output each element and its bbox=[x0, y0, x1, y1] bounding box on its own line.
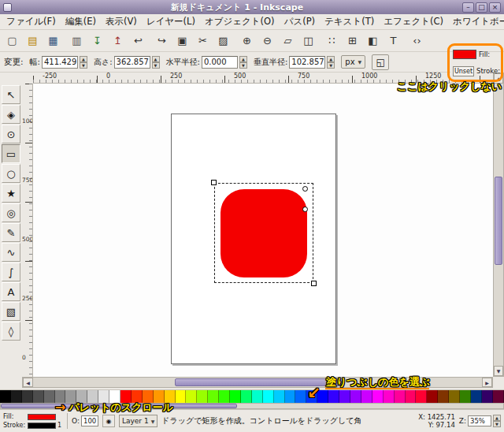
palette-scrollbar[interactable] bbox=[0, 403, 504, 409]
spin-down-icon[interactable]: ▼ bbox=[327, 62, 335, 69]
toolbar-button-group[interactable]: ⊞ bbox=[343, 32, 362, 50]
toolbar-button-text-dialog[interactable]: T bbox=[384, 32, 403, 50]
menu-item-edit[interactable]: 編集(E) bbox=[61, 15, 101, 28]
tool-button-pen[interactable]: ∿ bbox=[2, 243, 20, 262]
field-input-ry[interactable]: 102.857 bbox=[289, 56, 325, 69]
palette-swatch-#6600ff[interactable] bbox=[339, 390, 350, 403]
toolbar-button-print-document[interactable]: ▥ bbox=[67, 32, 87, 50]
spin-buttons[interactable]: ▲ ▼ bbox=[327, 56, 335, 69]
palette-swatch-#990000[interactable] bbox=[427, 390, 438, 403]
minimize-button[interactable]: – bbox=[462, 2, 474, 13]
tool-button-text[interactable]: A bbox=[2, 282, 20, 301]
toolbar-button-undo[interactable]: ↩ bbox=[128, 32, 148, 50]
tool-button-gradient[interactable]: ▧ bbox=[2, 302, 20, 321]
stroke-unset-value[interactable]: Unset bbox=[453, 66, 474, 76]
palette-swatch-#ff00cc[interactable] bbox=[384, 390, 395, 403]
spin-up-icon[interactable]: ▲ bbox=[327, 56, 335, 62]
toolbar-button-export[interactable]: ↥ bbox=[108, 32, 128, 50]
spin-buttons[interactable]: ▲ ▼ bbox=[80, 56, 87, 69]
spin-down-icon[interactable]: ▼ bbox=[80, 62, 87, 69]
spin-buttons[interactable]: ▲ ▼ bbox=[152, 56, 160, 69]
menu-item-file[interactable]: ファイル(F) bbox=[2, 15, 61, 28]
menu-item-whiteboard[interactable]: ホワイトボード(B) bbox=[448, 15, 504, 28]
stroke-color-swatch[interactable] bbox=[28, 423, 56, 429]
palette-swatch-#4d4d4d[interactable] bbox=[33, 390, 44, 403]
spin-buttons[interactable]: ▲ ▼ bbox=[239, 56, 247, 69]
palette-swatch-#ff0033[interactable] bbox=[416, 390, 427, 403]
units-dropdown[interactable]: px ▼ bbox=[341, 55, 365, 69]
tool-button-selector[interactable]: ↖ bbox=[2, 85, 20, 104]
spin-up-icon[interactable]: ▲ bbox=[239, 56, 247, 62]
palette-swatch-#0066ff[interactable] bbox=[295, 390, 306, 403]
palette-swatch-#0033ff[interactable] bbox=[306, 390, 317, 403]
palette-swatch-#00ff00[interactable] bbox=[230, 390, 241, 403]
palette-swatch-#ccff00[interactable] bbox=[186, 390, 197, 403]
vertical-scroll-track[interactable] bbox=[494, 84, 503, 366]
tool-button-calligraphy[interactable]: ∫ bbox=[2, 263, 20, 281]
palette-swatch-#ff0066[interactable] bbox=[406, 390, 417, 403]
tool-button-star[interactable]: ★ bbox=[2, 184, 20, 203]
vertical-scrollbar[interactable]: ▲ ▼ bbox=[493, 73, 504, 377]
toolbar-button-open-document[interactable]: ▤ bbox=[23, 32, 43, 50]
palette-swatch-#808080[interactable] bbox=[55, 390, 66, 403]
palette-scroll-thumb[interactable] bbox=[1, 404, 237, 408]
toolbar-button-zoom-in[interactable]: ⊕ bbox=[237, 32, 257, 50]
tool-button-dropper[interactable]: ◊ bbox=[2, 322, 20, 341]
fill-color-swatch[interactable] bbox=[28, 414, 56, 420]
palette-swatch-#66ff00[interactable] bbox=[208, 390, 219, 403]
zoom-spin-buttons[interactable]: ▲ ▼ bbox=[493, 415, 501, 427]
menu-item-layer[interactable]: レイヤー(L) bbox=[142, 15, 200, 28]
scroll-right-icon[interactable]: ▶ bbox=[482, 378, 492, 387]
palette-swatch-#999999[interactable] bbox=[65, 390, 76, 403]
toolbar-button-import[interactable]: ↧ bbox=[87, 32, 107, 50]
spin-up-icon[interactable]: ▲ bbox=[493, 415, 501, 421]
toolbar-button-copy[interactable]: ▣ bbox=[172, 32, 192, 50]
palette-swatch-#ffffff[interactable] bbox=[109, 390, 120, 403]
palette-swatch-#ff0000[interactable] bbox=[120, 390, 132, 403]
zoom-input[interactable]: 35% bbox=[468, 415, 491, 426]
corner-radius-handle-rx[interactable] bbox=[302, 186, 308, 192]
horizontal-ruler[interactable]: -250025050075010001250 bbox=[33, 73, 493, 84]
palette-swatch-#00ccff[interactable] bbox=[274, 390, 285, 403]
palette-swatch-#003380[interactable] bbox=[471, 390, 482, 403]
palette-swatch-#ffcc00[interactable] bbox=[165, 390, 176, 403]
palette-swatch-#ff6600[interactable] bbox=[143, 390, 154, 403]
palette-swatch-#99ff00[interactable] bbox=[197, 390, 208, 403]
layer-visibility-eye-icon[interactable]: ◉ bbox=[102, 415, 115, 427]
palette-swatch-#ff9900[interactable] bbox=[154, 390, 165, 403]
vertical-ruler[interactable]: 10007505002500 bbox=[22, 84, 33, 377]
palette-swatch-#3300ff[interactable] bbox=[328, 390, 339, 403]
tool-button-zoom[interactable]: ⊙ bbox=[2, 125, 20, 143]
spin-up-icon[interactable]: ▲ bbox=[152, 56, 160, 62]
toolbar-button-zoom-out[interactable]: ⊖ bbox=[258, 32, 277, 50]
palette-swatch-#330066[interactable] bbox=[482, 390, 493, 403]
menu-item-effects[interactable]: エフェクト(C) bbox=[379, 15, 448, 28]
palette-swatch-#e6e6e6[interactable] bbox=[98, 390, 109, 403]
palette-swatch-#ffff00[interactable] bbox=[176, 390, 187, 403]
toolbar-button-xml-editor[interactable]: ‹› bbox=[407, 32, 427, 50]
horizontal-scrollbar[interactable]: ◀ ▶ bbox=[22, 377, 493, 388]
menu-item-path[interactable]: パス(P) bbox=[280, 15, 320, 28]
tool-button-rectangle[interactable]: ▭ bbox=[2, 144, 20, 163]
remove-rounding-button[interactable]: ◱ bbox=[372, 54, 389, 70]
resize-handle-top-left[interactable] bbox=[211, 180, 217, 185]
palette-swatch-#1a1a1a[interactable] bbox=[11, 390, 22, 403]
palette-swatch-#00ff66[interactable] bbox=[241, 390, 252, 403]
palette-swatch-#666666[interactable] bbox=[44, 390, 55, 403]
palette-swatch-#660033[interactable] bbox=[493, 390, 504, 403]
horizontal-scroll-track[interactable] bbox=[33, 378, 482, 387]
opacity-input[interactable]: 100 bbox=[81, 415, 98, 426]
palette-swatch-#9900ff[interactable] bbox=[350, 390, 361, 403]
field-input-width[interactable]: 411.429 bbox=[42, 56, 78, 69]
palette-swatch-#ff00ff[interactable] bbox=[372, 390, 384, 403]
palette-swatch-#cc00ff[interactable] bbox=[361, 390, 372, 403]
tool-button-spiral[interactable]: ◎ bbox=[2, 203, 20, 222]
corner-radius-handle-ry[interactable] bbox=[302, 207, 308, 212]
layer-selector[interactable]: Layer 1 ▼ bbox=[119, 415, 158, 427]
toolbar-button-new-document[interactable]: ▢ bbox=[2, 32, 22, 50]
titlebar[interactable]: 新規ドキュメント 1 - Inkscape – □ × bbox=[0, 0, 504, 14]
resize-handle-bottom-right[interactable] bbox=[311, 281, 317, 286]
palette-swatch-#00ffcc[interactable] bbox=[252, 390, 263, 403]
palette-swatch-#806600[interactable] bbox=[449, 390, 460, 403]
palette-swatch-#b3b3b3[interactable] bbox=[76, 390, 87, 403]
